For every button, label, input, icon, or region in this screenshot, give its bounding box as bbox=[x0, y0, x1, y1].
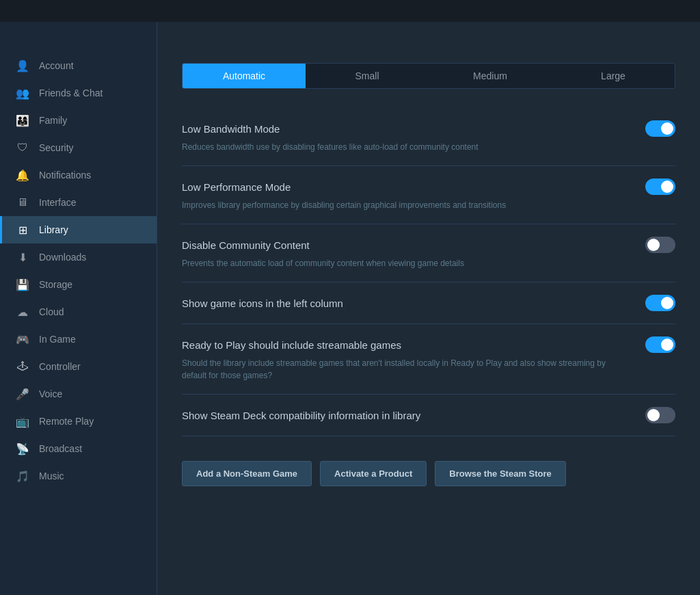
toggle-show-game-icons[interactable] bbox=[645, 295, 675, 311]
size-tab-large[interactable]: Large bbox=[552, 64, 675, 88]
sidebar-title bbox=[0, 33, 157, 52]
security-icon: 🛡 bbox=[16, 141, 29, 155]
setting-name-disable-community-content: Disable Community Content bbox=[182, 239, 310, 251]
sidebar-item-label-library: Library bbox=[39, 224, 68, 235]
toggle-track-low-bandwidth-mode bbox=[645, 120, 675, 137]
toggle-thumb-steam-deck-compat bbox=[647, 409, 660, 421]
sidebar-item-label-controller: Controller bbox=[39, 361, 81, 372]
setting-desc-disable-community-content: Prevents the automatic load of community… bbox=[182, 257, 626, 269]
sidebar-item-voice[interactable]: 🎤 Voice bbox=[0, 380, 157, 408]
broadcast-icon: 📡 bbox=[16, 442, 29, 455]
sidebar-item-label-family: Family bbox=[39, 115, 67, 126]
sidebar-item-label-notifications: Notifications bbox=[39, 170, 91, 181]
sidebar-item-security[interactable]: 🛡 Security bbox=[0, 134, 157, 161]
sidebar-item-library[interactable]: ⊞ Library bbox=[0, 216, 157, 243]
sidebar-item-controller[interactable]: 🕹 Controller bbox=[0, 353, 157, 380]
setting-header-ready-to-play: Ready to Play should include streamable … bbox=[182, 336, 675, 353]
sidebar-item-downloads[interactable]: ⬇ Downloads bbox=[0, 243, 157, 271]
setting-header-low-performance-mode: Low Performance Mode bbox=[182, 178, 675, 195]
sidebar-item-label-account: Account bbox=[39, 60, 74, 71]
toggle-low-performance-mode[interactable] bbox=[645, 178, 675, 195]
notifications-icon: 🔔 bbox=[16, 168, 29, 182]
setting-header-disable-community-content: Disable Community Content bbox=[182, 237, 675, 253]
setting-desc-low-bandwidth-mode: Reduces bandwidth use by disabling featu… bbox=[182, 141, 626, 153]
sidebar-item-label-music: Music bbox=[39, 471, 64, 481]
sidebar-item-music[interactable]: 🎵 Music bbox=[0, 462, 157, 490]
size-tab-medium[interactable]: Medium bbox=[429, 64, 552, 88]
sidebar-item-label-friends-chat: Friends & Chat bbox=[39, 88, 103, 98]
sidebar-item-label-remote-play: Remote Play bbox=[39, 416, 94, 427]
setting-desc-ready-to-play: Should the library include streamable ga… bbox=[182, 357, 626, 382]
setting-header-steam-deck-compat: Show Steam Deck compatibility informatio… bbox=[182, 407, 675, 423]
interface-icon: 🖥 bbox=[16, 196, 29, 209]
main-content: AutomaticSmallMediumLarge Low Bandwidth … bbox=[157, 22, 700, 595]
toggle-low-bandwidth-mode[interactable] bbox=[645, 120, 675, 137]
toggle-track-low-performance-mode bbox=[645, 178, 675, 195]
setting-row-disable-community-content: Disable Community Content Prevents the a… bbox=[182, 224, 675, 282]
add-non-steam-button[interactable]: Add a Non-Steam Game bbox=[182, 461, 312, 486]
setting-header-show-game-icons: Show game icons in the left column bbox=[182, 295, 675, 311]
sidebar-item-notifications[interactable]: 🔔 Notifications bbox=[0, 161, 157, 189]
size-tab-automatic[interactable]: Automatic bbox=[183, 64, 306, 88]
voice-icon: 🎤 bbox=[16, 387, 29, 401]
setting-row-low-performance-mode: Low Performance Mode Improves library pe… bbox=[182, 166, 675, 224]
toggle-thumb-low-performance-mode bbox=[661, 181, 673, 193]
setting-name-low-performance-mode: Low Performance Mode bbox=[182, 181, 291, 193]
sidebar-item-friends-chat[interactable]: 👥 Friends & Chat bbox=[0, 79, 157, 107]
sidebar-item-family[interactable]: 👨‍👩‍👧 Family bbox=[0, 107, 157, 134]
toggle-thumb-show-game-icons bbox=[661, 297, 673, 309]
controller-icon: 🕹 bbox=[16, 360, 29, 373]
setting-name-low-bandwidth-mode: Low Bandwidth Mode bbox=[182, 123, 280, 135]
cloud-icon: ☁ bbox=[16, 305, 29, 319]
minimize-button[interactable] bbox=[641, 5, 654, 17]
family-icon: 👨‍👩‍👧 bbox=[16, 114, 29, 127]
close-button[interactable] bbox=[682, 5, 695, 17]
sidebar-item-cloud[interactable]: ☁ Cloud bbox=[0, 298, 157, 326]
sidebar-item-label-security: Security bbox=[39, 142, 74, 153]
sidebar-item-label-in-game: In Game bbox=[39, 334, 76, 345]
toggle-track-steam-deck-compat bbox=[645, 407, 675, 423]
toggle-track-ready-to-play bbox=[645, 336, 675, 353]
title-bar bbox=[0, 0, 700, 22]
sidebar: 👤 Account 👥 Friends & Chat 👨‍👩‍👧 Family … bbox=[0, 22, 157, 595]
music-icon: 🎵 bbox=[16, 469, 29, 483]
sidebar-item-label-voice: Voice bbox=[39, 388, 62, 399]
activate-product-button[interactable]: Activate a Product bbox=[320, 461, 427, 486]
sidebar-item-account[interactable]: 👤 Account bbox=[0, 52, 157, 79]
remote-play-icon: 📺 bbox=[16, 414, 29, 428]
sidebar-item-storage[interactable]: 💾 Storage bbox=[0, 271, 157, 298]
toggle-ready-to-play[interactable] bbox=[645, 336, 675, 353]
browse-store-button[interactable]: Browse the Steam Store bbox=[435, 461, 566, 486]
toggle-steam-deck-compat[interactable] bbox=[645, 407, 675, 423]
sidebar-item-remote-play[interactable]: 📺 Remote Play bbox=[0, 408, 157, 435]
downloads-icon: ⬇ bbox=[16, 250, 29, 264]
toggle-disable-community-content[interactable] bbox=[645, 237, 675, 253]
friends-chat-icon: 👥 bbox=[16, 86, 29, 100]
setting-row-low-bandwidth-mode: Low Bandwidth Mode Reduces bandwidth use… bbox=[182, 108, 675, 166]
app-container: 👤 Account 👥 Friends & Chat 👨‍👩‍👧 Family … bbox=[0, 22, 700, 595]
setting-row-show-game-icons: Show game icons in the left column bbox=[182, 282, 675, 324]
setting-name-steam-deck-compat: Show Steam Deck compatibility informatio… bbox=[182, 410, 420, 421]
library-icon: ⊞ bbox=[16, 223, 29, 237]
toggle-thumb-ready-to-play bbox=[661, 339, 673, 351]
toggle-thumb-disable-community-content bbox=[647, 239, 660, 251]
sidebar-item-broadcast[interactable]: 📡 Broadcast bbox=[0, 435, 157, 462]
setting-desc-low-performance-mode: Improves library performance by disablin… bbox=[182, 199, 626, 211]
sidebar-item-label-cloud: Cloud bbox=[39, 306, 64, 317]
sidebar-item-label-storage: Storage bbox=[39, 279, 72, 290]
toggle-track-show-game-icons bbox=[645, 295, 675, 311]
size-tab-small[interactable]: Small bbox=[306, 64, 429, 88]
sidebar-item-interface[interactable]: 🖥 Interface bbox=[0, 189, 157, 216]
setting-row-ready-to-play: Ready to Play should include streamable … bbox=[182, 324, 675, 395]
setting-name-show-game-icons: Show game icons in the left column bbox=[182, 298, 343, 309]
in-game-icon: 🎮 bbox=[16, 332, 29, 346]
toggle-track-disable-community-content bbox=[645, 237, 675, 253]
size-tabs: AutomaticSmallMediumLarge bbox=[182, 63, 675, 89]
storage-icon: 💾 bbox=[16, 278, 29, 291]
setting-name-ready-to-play: Ready to Play should include streamable … bbox=[182, 339, 401, 351]
bottom-buttons: Add a Non-Steam GameActivate a ProductBr… bbox=[182, 455, 675, 486]
sidebar-item-in-game[interactable]: 🎮 In Game bbox=[0, 326, 157, 353]
setting-row-steam-deck-compat: Show Steam Deck compatibility informatio… bbox=[182, 395, 675, 436]
maximize-button[interactable] bbox=[662, 5, 674, 17]
account-icon: 👤 bbox=[16, 59, 29, 72]
